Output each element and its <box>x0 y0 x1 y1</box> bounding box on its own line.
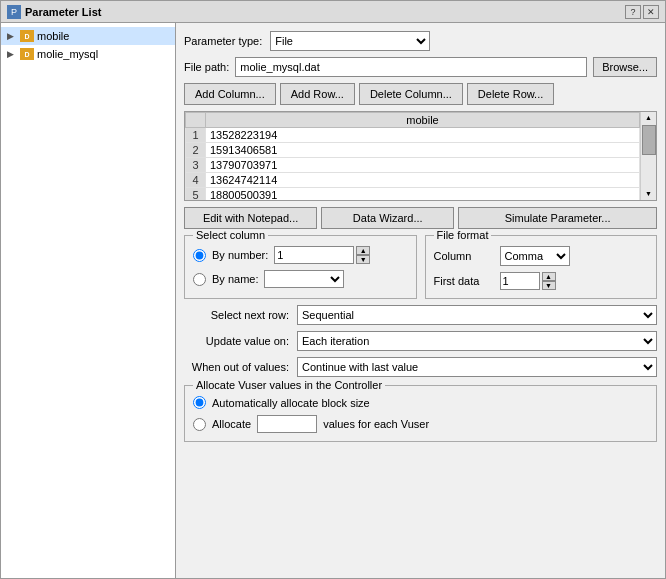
simulate-button[interactable]: Simulate Parameter... <box>458 207 657 229</box>
row-num-2: 2 <box>186 143 206 158</box>
type-icon-mobile: D <box>20 30 34 42</box>
select-next-row-select[interactable]: Sequential Random Unique <box>297 305 657 325</box>
cell-5: 18800500391 <box>206 188 640 201</box>
first-data-spin-down[interactable]: ▼ <box>542 281 556 290</box>
row-num-header <box>186 113 206 128</box>
cell-3: 13790703971 <box>206 158 640 173</box>
edit-notepad-button[interactable]: Edit with Notepad... <box>184 207 317 229</box>
btn-bar: Add Column... Add Row... Delete Column..… <box>184 83 657 105</box>
data-table-container: mobile 1 13528223194 2 1591340 <box>184 111 657 201</box>
add-column-button[interactable]: Add Column... <box>184 83 276 105</box>
title-bar-controls: ? ✕ <box>625 5 659 19</box>
update-value-label: Update value on: <box>184 335 289 347</box>
data-table: mobile 1 13528223194 2 1591340 <box>185 112 640 200</box>
vertical-scrollbar[interactable]: ▲ ▼ <box>640 112 656 200</box>
table-row: 3 13790703971 <box>186 158 640 173</box>
main-panel: Parameter type: File Number String Date … <box>176 23 665 578</box>
allocate-radio[interactable] <box>193 418 206 431</box>
browse-button[interactable]: Browse... <box>593 57 657 77</box>
by-number-spin-down[interactable]: ▼ <box>356 255 370 264</box>
row-num-1: 1 <box>186 128 206 143</box>
column-select[interactable]: Comma Tab Space <box>500 246 570 266</box>
by-number-spin: ▲ ▼ <box>274 246 370 264</box>
update-value-select[interactable]: Each iteration Each occurrence Once <box>297 331 657 351</box>
file-format-title: File format <box>434 229 492 241</box>
by-number-label: By number: <box>212 249 268 261</box>
expand-icon-mobile: ▶ <box>7 31 17 41</box>
param-type-select[interactable]: File Number String Date <box>270 31 430 51</box>
sidebar-item-molie-mysql[interactable]: ▶ D molie_mysql <box>1 45 175 63</box>
row-num-4: 4 <box>186 173 206 188</box>
scrollbar-thumb[interactable] <box>642 125 656 155</box>
data-wizard-button[interactable]: Data Wizard... <box>321 207 454 229</box>
by-number-radio[interactable] <box>193 249 206 262</box>
by-name-radio[interactable] <box>193 273 206 286</box>
column-label: Column <box>434 250 494 262</box>
param-type-label: Parameter type: <box>184 35 262 47</box>
action-btn-row: Edit with Notepad... Data Wizard... Simu… <box>184 207 657 229</box>
by-name-input-row <box>264 270 344 288</box>
cell-1: 13528223194 <box>206 128 640 143</box>
auto-allocate-radio[interactable] <box>193 396 206 409</box>
when-out-select[interactable]: Continue with last value Abort Vuser Cyc… <box>297 357 657 377</box>
select-column-group: Select column By number: ▲ ▼ <box>184 235 417 299</box>
delete-row-button[interactable]: Delete Row... <box>467 83 554 105</box>
content-area: ▶ D mobile ▶ D molie_mysql Parameter typ… <box>1 23 665 578</box>
file-format-group: File format Column Comma Tab Space First… <box>425 235 658 299</box>
first-data-input[interactable] <box>500 272 540 290</box>
update-value-row: Update value on: Each iteration Each occ… <box>184 331 657 351</box>
auto-allocate-label: Automatically allocate block size <box>212 397 370 409</box>
when-out-row: When out of values: Continue with last v… <box>184 357 657 377</box>
parameter-list-window: P Parameter List ? ✕ ▶ D mobile ▶ D moli… <box>0 0 666 579</box>
first-data-label: First data <box>434 275 494 287</box>
settings-row: Select column By number: ▲ ▼ <box>184 235 657 299</box>
by-name-select[interactable] <box>264 270 344 288</box>
type-icon-molie-mysql: D <box>20 48 34 60</box>
first-data-spin: ▲ ▼ <box>500 272 556 290</box>
by-name-row: By name: <box>193 270 408 288</box>
filepath-label: File path: <box>184 61 229 73</box>
first-data-spin-btns: ▲ ▼ <box>542 272 556 290</box>
row-num-3: 3 <box>186 158 206 173</box>
allocate-label: Allocate <box>212 418 251 430</box>
allocate-input[interactable] <box>257 415 317 433</box>
filepath-input[interactable] <box>235 57 587 77</box>
first-data-spin-up[interactable]: ▲ <box>542 272 556 281</box>
window-icon: P <box>7 5 21 19</box>
first-data-row: First data ▲ ▼ <box>434 272 649 290</box>
window-title: Parameter List <box>25 6 101 18</box>
filepath-row: File path: Browse... <box>184 57 657 77</box>
allocate-group-title: Allocate Vuser values in the Controller <box>193 379 385 391</box>
when-out-label: When out of values: <box>184 361 289 373</box>
sidebar: ▶ D mobile ▶ D molie_mysql <box>1 23 176 578</box>
by-number-spin-up[interactable]: ▲ <box>356 246 370 255</box>
select-next-row-label: Select next row: <box>184 309 289 321</box>
by-number-row: By number: ▲ ▼ <box>193 246 408 264</box>
auto-allocate-row: Automatically allocate block size <box>193 396 648 409</box>
title-bar-left: P Parameter List <box>7 5 101 19</box>
cell-2: 15913406581 <box>206 143 640 158</box>
help-button[interactable]: ? <box>625 5 641 19</box>
row-num-5: 5 <box>186 188 206 201</box>
by-number-spin-btns: ▲ ▼ <box>356 246 370 264</box>
column-header-mobile: mobile <box>206 113 640 128</box>
param-type-row: Parameter type: File Number String Date <box>184 31 657 51</box>
title-bar: P Parameter List ? ✕ <box>1 1 665 23</box>
by-number-input[interactable] <box>274 246 354 264</box>
sidebar-label-mobile: mobile <box>37 30 69 42</box>
sidebar-label-molie-mysql: molie_mysql <box>37 48 98 60</box>
add-row-button[interactable]: Add Row... <box>280 83 355 105</box>
cell-4: 13624742114 <box>206 173 640 188</box>
table-row: 1 13528223194 <box>186 128 640 143</box>
close-button[interactable]: ✕ <box>643 5 659 19</box>
column-format-row: Column Comma Tab Space <box>434 246 649 266</box>
table-row: 4 13624742114 <box>186 173 640 188</box>
sidebar-item-mobile[interactable]: ▶ D mobile <box>1 27 175 45</box>
values-each-vuser-label: values for each Vuser <box>323 418 429 430</box>
delete-column-button[interactable]: Delete Column... <box>359 83 463 105</box>
by-name-label: By name: <box>212 273 258 285</box>
table-row: 5 18800500391 <box>186 188 640 201</box>
expand-icon-molie-mysql: ▶ <box>7 49 17 59</box>
select-next-row: Select next row: Sequential Random Uniqu… <box>184 305 657 325</box>
allocate-group: Allocate Vuser values in the Controller … <box>184 385 657 442</box>
